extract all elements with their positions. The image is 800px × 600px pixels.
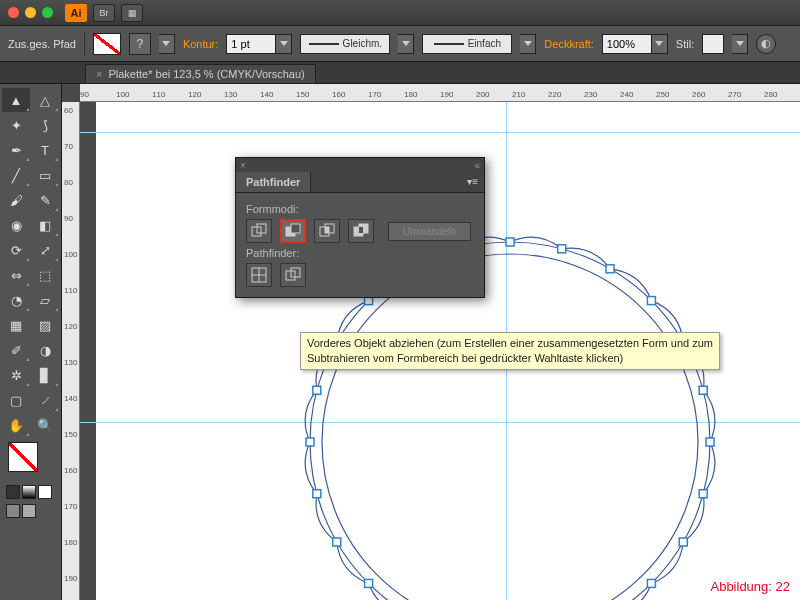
selection-tool[interactable]: ▲	[2, 88, 30, 112]
svg-rect-9	[699, 490, 707, 498]
canvas-area: 9010011012013014015016017018019020021022…	[62, 84, 800, 600]
slice-tool[interactable]: ⟋	[31, 388, 59, 412]
svg-rect-29	[291, 224, 300, 233]
pathfinder-panel[interactable]: ×« Pathfinder ▾≡ Formmodi: Umwandeln	[235, 157, 485, 298]
document-tab[interactable]: × Plakette* bei 123,5 % (CMYK/Vorschau)	[85, 64, 316, 83]
minimize-window-icon[interactable]	[25, 7, 36, 18]
blob-brush-tool[interactable]: ◉	[2, 213, 30, 237]
scale-tool[interactable]: ⤢	[31, 238, 59, 262]
recolor-button[interactable]: ◐	[756, 34, 776, 54]
opacity-label: Deckkraft:	[544, 38, 594, 50]
paintbrush-tool[interactable]: 🖌	[2, 188, 30, 212]
panel-menu-icon[interactable]: ▾≡	[461, 172, 484, 192]
svg-rect-8	[706, 438, 714, 446]
svg-rect-32	[325, 227, 329, 233]
arrange-docs-button[interactable]: ▦	[121, 4, 143, 22]
trim-button[interactable]	[280, 263, 306, 287]
line-tool[interactable]: ╱	[2, 163, 30, 187]
tools-panel: ▲ △ ✦ ⟆ ✒ T ╱ ▭ 🖌 ✎ ◉ ◧ ⟳ ⤢ ⇔ ⬚ ◔ ▱ ▦ ▨ …	[0, 84, 62, 600]
direct-selection-tool[interactable]: △	[31, 88, 59, 112]
svg-rect-19	[313, 490, 321, 498]
artboard[interactable]: ×« Pathfinder ▾≡ Formmodi: Umwandeln	[80, 102, 800, 600]
window-titlebar: Ai Br ▦	[0, 0, 800, 26]
selection-type-label: Zus.ges. Pfad	[8, 38, 76, 50]
swatch-menu[interactable]	[159, 34, 175, 54]
tooltip: Vorderes Objekt abziehen (zum Erstellen …	[300, 332, 720, 370]
none-mode-icon[interactable]	[38, 485, 52, 499]
svg-rect-20	[306, 438, 314, 446]
app-logo: Ai	[65, 4, 87, 22]
svg-point-1	[322, 254, 698, 600]
bridge-button[interactable]: Br	[93, 4, 115, 22]
svg-rect-11	[647, 579, 655, 587]
graph-tool[interactable]: ▊	[31, 363, 59, 387]
guide-horizontal[interactable]	[80, 132, 800, 133]
pathfinder-ops-label: Pathfinder:	[246, 247, 474, 259]
shape-builder-tool[interactable]: ◔	[2, 288, 30, 312]
svg-rect-5	[647, 297, 655, 305]
pathfinder-tab[interactable]: Pathfinder	[236, 172, 311, 192]
magic-wand-tool[interactable]: ✦	[2, 113, 30, 137]
perspective-tool[interactable]: ▱	[31, 288, 59, 312]
svg-rect-4	[606, 265, 614, 273]
width-tool[interactable]: ⇔	[2, 263, 30, 287]
rectangle-tool[interactable]: ▭	[31, 163, 59, 187]
svg-rect-17	[365, 579, 373, 587]
divide-button[interactable]	[246, 263, 272, 287]
stroke-weight-input[interactable]	[226, 34, 276, 54]
svg-rect-2	[506, 238, 514, 246]
opacity-input[interactable]	[602, 34, 652, 54]
svg-rect-18	[333, 538, 341, 546]
vertical-ruler[interactable]: 60708090100110120130140150160170180190	[62, 102, 80, 600]
document-tab-bar: × Plakette* bei 123,5 % (CMYK/Vorschau)	[0, 62, 800, 84]
svg-rect-35	[359, 227, 363, 233]
figure-label: Abbildung: 22	[710, 579, 790, 594]
panel-collapse-icon[interactable]: «	[474, 160, 480, 171]
artboard-tool[interactable]: ▢	[2, 388, 30, 412]
hand-tool[interactable]: ✋	[2, 413, 30, 437]
document-title: Plakette* bei 123,5 % (CMYK/Vorschau)	[108, 68, 304, 80]
mesh-tool[interactable]: ▦	[2, 313, 30, 337]
kontur-label: Kontur:	[183, 38, 218, 50]
screen-mode-icon[interactable]	[6, 504, 20, 518]
stroke-weight-field[interactable]	[226, 34, 292, 54]
pen-tool[interactable]: ✒	[2, 138, 30, 162]
free-transform-tool[interactable]: ⬚	[31, 263, 59, 287]
style-swatch[interactable]	[702, 34, 724, 54]
close-window-icon[interactable]	[8, 7, 19, 18]
fill-stroke-control[interactable]	[2, 438, 59, 482]
style-label: Stil:	[676, 38, 694, 50]
zoom-tool[interactable]: 🔍	[31, 413, 59, 437]
gradient-mode-icon[interactable]	[22, 485, 36, 499]
draw-mode-icon[interactable]	[22, 504, 36, 518]
eraser-tool[interactable]: ◧	[31, 213, 59, 237]
svg-rect-3	[558, 245, 566, 253]
symbol-sprayer-tool[interactable]: ✲	[2, 363, 30, 387]
unite-button[interactable]	[246, 219, 272, 243]
type-tool[interactable]: T	[31, 138, 59, 162]
brush-dropdown[interactable]: Einfach	[422, 34, 512, 54]
blend-tool[interactable]: ◑	[31, 338, 59, 362]
close-tab-icon[interactable]: ×	[96, 68, 102, 80]
eyedropper-tool[interactable]: ✐	[2, 338, 30, 362]
pencil-tool[interactable]: ✎	[31, 188, 59, 212]
stroke-swatch[interactable]: ?	[129, 33, 151, 55]
zoom-window-icon[interactable]	[42, 7, 53, 18]
gradient-tool[interactable]: ▨	[31, 313, 59, 337]
intersect-button[interactable]	[314, 219, 340, 243]
opacity-field[interactable]	[602, 34, 668, 54]
stroke-profile-dropdown[interactable]: Gleichm.	[300, 34, 390, 54]
svg-rect-10	[679, 538, 687, 546]
shape-modes-label: Formmodi:	[246, 203, 474, 215]
fill-swatch[interactable]	[93, 33, 121, 55]
svg-rect-7	[699, 386, 707, 394]
rotate-tool[interactable]: ⟳	[2, 238, 30, 262]
options-bar: Zus.ges. Pfad ? Kontur: Gleichm. Einfach…	[0, 26, 800, 62]
color-mode-icon[interactable]	[6, 485, 20, 499]
lasso-tool[interactable]: ⟆	[31, 113, 59, 137]
minus-front-button[interactable]	[280, 219, 306, 243]
exclude-button[interactable]	[348, 219, 374, 243]
horizontal-ruler[interactable]: 9010011012013014015016017018019020021022…	[80, 84, 800, 102]
expand-button[interactable]: Umwandeln	[388, 222, 471, 241]
panel-close-icon[interactable]: ×	[240, 160, 246, 171]
